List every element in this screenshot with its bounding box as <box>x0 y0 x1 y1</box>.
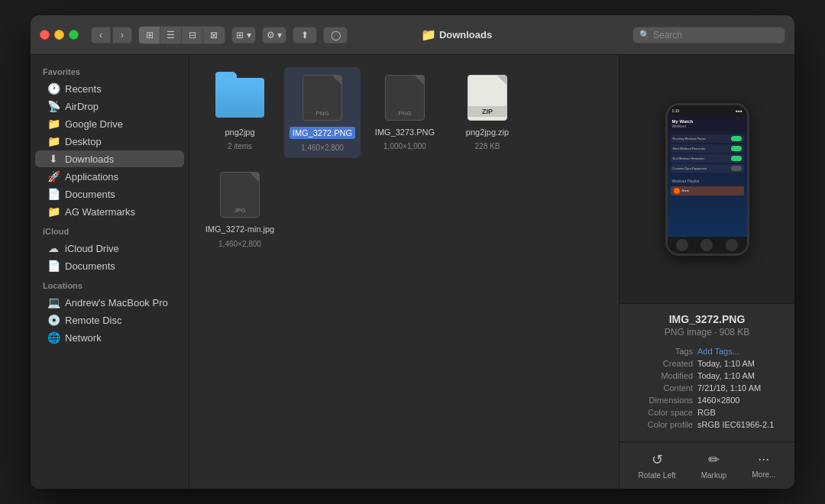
icloud-docs-label: Documents <box>65 260 115 272</box>
rotate-left-button[interactable]: ↺ Rotate Left <box>639 451 676 480</box>
sidebar-item-downloads[interactable]: ⬇ Downloads <box>35 150 184 167</box>
toggle-on <box>731 156 742 161</box>
row-text: Start Workout Reminder <box>673 147 706 150</box>
tags-label: Tags <box>632 347 693 356</box>
sidebar-item-network[interactable]: 🌐 Network <box>35 329 184 346</box>
sidebar: Favorites 🕐 Recents 📡 AirDrop 📁 Google D… <box>31 55 189 489</box>
ag-watermarks-label: AG Watermarks <box>65 206 135 218</box>
phone-status-bar: 1:10 ●●● <box>668 105 747 116</box>
applications-icon: 🚀 <box>47 170 60 183</box>
corner-fold <box>250 173 259 182</box>
minimize-button[interactable] <box>54 30 64 40</box>
back-button[interactable]: ‹ <box>91 27 111 44</box>
sidebar-item-airdrop[interactable]: 📡 AirDrop <box>35 98 184 115</box>
list-item[interactable]: PNG IMG_3272.PNG 1,460×2,800 <box>284 67 361 158</box>
png-file-icon: PNG <box>385 75 425 121</box>
icloud-drive-label: iCloud Drive <box>65 243 119 254</box>
airdrop-icon: 📡 <box>47 100 60 112</box>
preview-image-area: 1:10 ●●● My Watch Workout Running Workou… <box>620 55 794 303</box>
network-label: Network <box>65 332 102 344</box>
markup-label: Markup <box>701 471 726 480</box>
list-item[interactable]: PNG IMG_3273.PNG 1,000×1,000 <box>367 67 443 158</box>
colorprofile-label: Color profile <box>632 420 693 429</box>
row-text: End Workout Reminder <box>673 157 705 160</box>
share-button[interactable]: ⬆ <box>293 27 317 44</box>
sidebar-item-recents[interactable]: 🕐 Recents <box>35 80 184 97</box>
file-name: png2jpg.zip <box>466 127 509 137</box>
phone-screen: 1:10 ●●● My Watch Workout Running Workou… <box>668 105 747 254</box>
documents-icon: 📄 <box>47 188 60 200</box>
maximize-button[interactable] <box>69 30 79 40</box>
sidebar-item-documents[interactable]: 📄 Documents <box>35 186 184 202</box>
modified-value: Today, 1:10 AM <box>693 371 782 380</box>
search-input[interactable] <box>653 30 778 40</box>
preview-panel: 1:10 ●●● My Watch Workout Running Workou… <box>619 55 794 489</box>
file-meta: 1,460×2,800 <box>218 240 261 248</box>
colorspace-value: RGB <box>693 408 782 417</box>
close-button[interactable] <box>40 30 50 40</box>
more-label: More... <box>752 470 775 479</box>
file-name: IMG_3272.PNG <box>290 127 355 139</box>
colorprofile-row: Color profile sRGB IEC61966-2.1 <box>632 420 782 429</box>
png-file-icon: PNG <box>302 75 342 121</box>
icloud-docs-icon: 📄 <box>47 260 60 272</box>
corner-fold <box>415 76 424 85</box>
forward-button[interactable]: › <box>112 27 132 44</box>
colorprofile-value: sRGB IEC61966-2.1 <box>693 420 782 429</box>
file-name: IMG_3272-min.jpg <box>205 224 275 234</box>
colorspace-row: Color space RGB <box>632 408 782 417</box>
group-button[interactable]: ⊞ ▾ <box>231 27 256 44</box>
sidebar-item-macbook[interactable]: 💻 Andrew's MacBook Pro <box>35 294 184 311</box>
sidebar-item-desktop[interactable]: 📁 Desktop <box>35 133 184 150</box>
dimensions-row: Dimensions 1460×2800 <box>632 396 782 405</box>
markup-button[interactable]: ✏ Markup <box>701 451 726 480</box>
list-item[interactable]: JPG IMG_3272-min.jpg 1,460×2,800 <box>202 164 278 254</box>
title-folder-icon: 📁 <box>421 27 436 42</box>
icon-view-button[interactable]: ⊞ <box>139 27 160 44</box>
phone-row: Running Workout Pause <box>671 134 744 143</box>
phone-content: Running Workout Pause Start Workout Remi… <box>668 131 747 237</box>
zip-icon-container: ZIP <box>463 73 512 122</box>
sidebar-item-ag-watermarks[interactable]: 📁 AG Watermarks <box>35 203 184 220</box>
sidebar-item-google-drive[interactable]: 📁 Google Drive <box>35 115 184 132</box>
list-item[interactable]: ZIP png2jpg.zip 228 KB <box>449 67 526 158</box>
file-meta: 1,000×1,000 <box>383 142 426 150</box>
phone-time: 1:10 <box>672 108 680 113</box>
zip-label: ZIP <box>468 106 506 117</box>
phone-nav-btn <box>726 239 738 251</box>
preview-filename: IMG_3272.PNG <box>632 313 782 325</box>
sidebar-item-remote-disc[interactable]: 💿 Remote Disc <box>35 312 184 328</box>
file-area: png2jpg 2 items PNG IMG_3272.PNG 1,460×2… <box>189 55 619 489</box>
modified-row: Modified Today, 1:10 AM <box>632 371 782 380</box>
column-view-button[interactable]: ⊟ <box>182 27 203 44</box>
modified-label: Modified <box>632 371 693 380</box>
search-box[interactable]: 🔍 <box>632 27 785 44</box>
zip-file-icon: ZIP <box>467 75 507 121</box>
file-meta: 2 items <box>228 142 252 150</box>
content-value: 7/21/18, 1:10 AM <box>693 383 782 393</box>
more-button[interactable]: ··· More... <box>752 451 775 480</box>
tag-button[interactable]: ◯ <box>323 27 348 44</box>
sidebar-item-applications[interactable]: 🚀 Applications <box>35 168 184 185</box>
created-value: Today, 1:10 AM <box>693 359 782 368</box>
ag-watermarks-icon: 📁 <box>47 205 60 218</box>
tags-value[interactable]: Add Tags... <box>693 347 782 356</box>
gallery-view-button[interactable]: ⊠ <box>203 27 225 44</box>
list-item[interactable]: png2jpg 2 items <box>202 67 278 158</box>
finder-window: ‹ › ⊞ ☰ ⊟ ⊠ ⊞ ▾ ⚙ ▾ ⬆ ◯ 📁 Downloads 🔍 <box>31 15 794 489</box>
preview-filetype: PNG image · 908 KB <box>632 327 782 338</box>
sidebar-item-icloud-documents[interactable]: 📄 Documents <box>35 257 184 274</box>
content-label: Content <box>632 383 693 393</box>
macbook-label: Andrew's MacBook Pro <box>65 297 168 309</box>
downloads-icon: ⬇ <box>47 153 60 165</box>
rotate-left-icon: ↺ <box>652 451 663 468</box>
jpg-file-icon: JPG <box>220 172 260 218</box>
airdrop-label: AirDrop <box>65 101 99 112</box>
network-icon: 🌐 <box>47 331 60 344</box>
sidebar-item-icloud-drive[interactable]: ☁ iCloud Drive <box>35 240 184 257</box>
toolbar-left: ‹ › ⊞ ☰ ⊟ ⊠ ⊞ ▾ ⚙ ▾ ⬆ ◯ <box>40 26 348 44</box>
action-button[interactable]: ⚙ ▾ <box>262 27 286 44</box>
nav-buttons: ‹ › <box>91 27 132 44</box>
search-icon: 🔍 <box>639 30 650 40</box>
list-view-button[interactable]: ☰ <box>160 27 182 44</box>
